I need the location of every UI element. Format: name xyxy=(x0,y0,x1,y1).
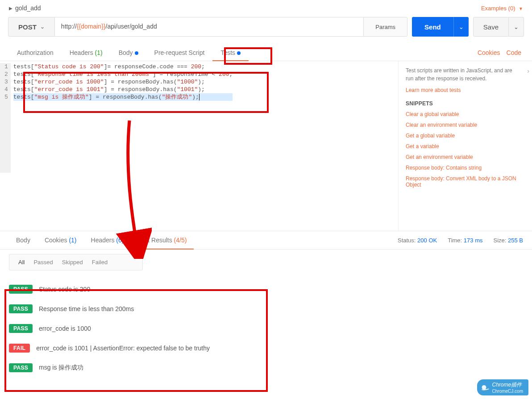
snippet-link[interactable]: Get a variable xyxy=(406,143,530,150)
side-panel: › Test scripts are written in JavaScript… xyxy=(398,61,532,231)
result-text: Status code is 200 xyxy=(39,286,90,293)
result-filter-bar: All Passed Skipped Failed xyxy=(9,254,143,270)
request-title: gold_add xyxy=(15,4,41,12)
tab-authorization[interactable]: Authorization xyxy=(9,45,62,61)
result-item: FAILerror_code is 1001 | AssertionError:… xyxy=(9,338,523,358)
gutter-line: 2 xyxy=(4,71,8,78)
chevron-right-icon[interactable]: › xyxy=(527,67,529,75)
url-prefix: http:// xyxy=(61,23,77,30)
caret-down-icon: ▼ xyxy=(519,6,523,11)
chevron-down-icon: ⌄ xyxy=(40,24,45,30)
method-select[interactable]: POST ⌄ xyxy=(8,17,55,37)
gutter-line: 5 xyxy=(4,93,8,101)
code-gutter: 12345 xyxy=(0,63,11,173)
breadcrumb[interactable]: ▶ gold_add xyxy=(9,4,41,12)
save-button[interactable]: Save xyxy=(473,17,509,37)
tab-tests[interactable]: Tests xyxy=(212,45,249,61)
status-badge: PASS xyxy=(9,304,33,313)
code-link[interactable]: Code xyxy=(507,49,521,56)
res-tab-body[interactable]: Body xyxy=(9,231,37,249)
status-meta: Status: 200 OK xyxy=(398,237,437,244)
filter-skipped[interactable]: Skipped xyxy=(62,259,83,266)
snippet-link[interactable]: Get an environment variable xyxy=(406,154,530,160)
gutter-line: 1 xyxy=(4,63,8,71)
result-list: PASSStatus code is 200PASSResponse time … xyxy=(0,275,532,382)
cookies-link[interactable]: Cookies xyxy=(478,49,500,56)
url-variable: {{domain}} xyxy=(77,23,106,30)
snail-icon xyxy=(481,384,490,391)
dot-icon xyxy=(135,51,138,55)
result-item: PASSerror_code is 1000 xyxy=(9,319,523,338)
send-button[interactable]: Send xyxy=(412,17,453,37)
tab-prerequest[interactable]: Pre-request Script xyxy=(146,45,213,61)
gutter-line: 4 xyxy=(4,86,8,93)
filter-failed[interactable]: Failed xyxy=(92,259,108,266)
send-dropdown[interactable]: ⌄ xyxy=(453,17,469,37)
code-line: tests["error_code is 1000"] = responseBo… xyxy=(13,78,233,86)
filter-all[interactable]: All xyxy=(18,259,25,266)
res-tab-cookies[interactable]: Cookies (1) xyxy=(37,231,84,249)
url-input[interactable]: http://{{domain}}/api/user/gold_add xyxy=(55,17,363,37)
res-tab-testresults[interactable]: Test Results (4/5) xyxy=(131,231,194,249)
status-badge: PASS xyxy=(9,324,33,333)
method-value: POST xyxy=(18,23,37,31)
learn-more-link[interactable]: Learn more about tests xyxy=(406,87,530,93)
triangle-right-icon: ▶ xyxy=(9,6,12,11)
dot-icon xyxy=(237,51,241,55)
result-text: Response time is less than 200ms xyxy=(39,305,134,312)
side-info: Test scripts are written in JavaScript, … xyxy=(406,66,530,83)
result-text: msg is 操作成功 xyxy=(39,364,83,372)
result-text: error_code is 1000 xyxy=(39,325,91,332)
res-tab-headers[interactable]: Headers (6) xyxy=(84,231,131,249)
tab-body[interactable]: Body xyxy=(111,45,146,61)
result-item: PASSStatus code is 200 xyxy=(9,279,523,299)
code-line: tests["Status code is 200"]= responseCod… xyxy=(13,63,233,71)
snippet-link[interactable]: Get a global variable xyxy=(406,133,530,139)
code-lines: tests["Status code is 200"]= responseCod… xyxy=(11,63,233,173)
status-badge: FAIL xyxy=(9,344,30,353)
result-item: PASSmsg is 操作成功 xyxy=(9,358,523,378)
gutter-line: 3 xyxy=(4,78,8,86)
params-button[interactable]: Params xyxy=(363,17,407,37)
code-line: tests["msg is 操作成功"] = responseBody.has(… xyxy=(13,93,233,101)
url-suffix: /api/user/gold_add xyxy=(106,23,157,30)
status-badge: PASS xyxy=(9,285,33,294)
code-line: tests["error_code is 1001"] = responseBo… xyxy=(13,86,233,93)
snippet-link[interactable]: Response body: Convert XML body to a JSO… xyxy=(406,175,530,188)
snippet-link[interactable]: Clear a global variable xyxy=(406,111,530,117)
result-item: PASSResponse time is less than 200ms xyxy=(9,299,523,319)
snippets-header: SNIPPETS xyxy=(406,100,530,107)
save-dropdown[interactable]: ⌄ xyxy=(509,17,524,37)
code-line: tests["Response time is less than 200ms"… xyxy=(13,71,233,78)
watermark-bottom: ChromeCJ.com xyxy=(492,389,523,394)
tab-headers[interactable]: Headers (1) xyxy=(62,45,111,61)
time-meta: Time: 173 ms xyxy=(448,237,482,244)
svg-point-0 xyxy=(482,385,486,390)
code-editor[interactable]: 12345 tests["Status code is 200"]= respo… xyxy=(0,61,398,231)
watermark: Chrome插件 ChromeCJ.com xyxy=(477,379,528,395)
result-text: error_code is 1001 | AssertionError: exp… xyxy=(36,345,210,352)
chevron-down-icon: ⌄ xyxy=(514,24,519,30)
status-badge: PASS xyxy=(9,363,33,372)
chevron-down-icon: ⌄ xyxy=(459,24,464,30)
snippet-link[interactable]: Response body: Contains string xyxy=(406,165,530,171)
watermark-top: Chrome插件 xyxy=(492,382,522,388)
filter-passed[interactable]: Passed xyxy=(33,259,53,266)
size-meta: Size: 255 B xyxy=(493,237,523,244)
snippet-link[interactable]: Clear an environment variable xyxy=(406,122,530,128)
examples-label: Examples (0) xyxy=(481,5,515,12)
examples-dropdown[interactable]: Examples (0) ▼ xyxy=(481,5,523,12)
